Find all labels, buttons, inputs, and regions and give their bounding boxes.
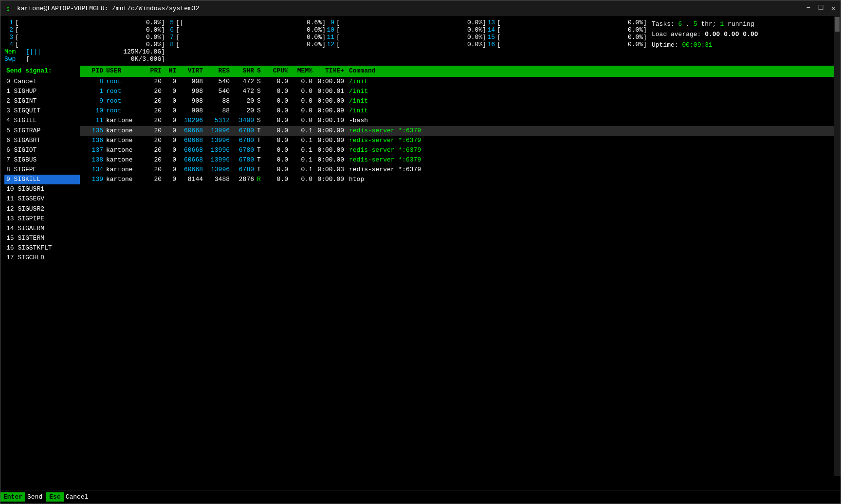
signal-panel: Send signal: 0 Cancel 1 SIGHUP 2 SIGINT … [4,66,80,263]
signal-10[interactable]: 10 SIGUSR1 [4,184,80,194]
cpu-row-7: 7 [ 0.0%] [165,34,326,41]
cpu-col-4: 13 [ 0.0%] 14 [ 0.0%] 15 [486,19,647,63]
signal-12[interactable]: 12 SIGUSR2 [4,204,80,214]
signal-panel-header: Send signal: [4,66,80,77]
close-button[interactable]: ✕ [831,3,836,13]
cpu-col-3: 9 [ 0.0%] 10 [ 0.0%] 11 [326,19,486,63]
signal-3[interactable]: 3 SIGQUIT [4,106,80,116]
cpu-row-15: 15 [ 0.0%] [486,34,647,41]
process-table-header: PID USER PRI NI VIRT RES SHR S CPU% MEM%… [80,66,837,77]
cpu-row-10: 10 [ 0.0%] [326,26,486,34]
signal-16[interactable]: 16 SIGSTKFLT [4,243,80,253]
main-content-area: Send signal: 0 Cancel 1 SIGHUP 2 SIGINT … [4,66,837,263]
signal-6a[interactable]: 6 SIGABRT [4,136,80,145]
proc-row-135[interactable]: 135 kartone 20 0 60668 13996 6780 T 0.0 … [80,126,837,136]
cpu-row-16: 16 [ 0.0%] [486,41,647,48]
cpu-row-9: 9 [ 0.0%] [326,19,486,26]
signal-2[interactable]: 2 SIGINT [4,96,80,106]
terminal-area: 1 [ 0.0%] 2 [ 0.0%] 3 [0,16,841,490]
proc-row-1[interactable]: 1 root 20 0 908 540 472 S 0.0 0.0 0:00.0… [80,87,837,96]
proc-row-136[interactable]: 136 kartone 20 0 60668 13996 6780 T 0.0 … [80,136,837,145]
signal-0[interactable]: 0 Cancel [4,77,80,87]
swp-row: Swp [ 0K/3.00G] [4,55,165,63]
proc-row-8[interactable]: 8 root 20 0 908 540 472 S 0.0 0.0 0:00.0… [80,77,837,87]
signal-17[interactable]: 17 SIGCHLD [4,253,80,263]
proc-row-9[interactable]: 9 root 20 0 908 88 20 S 0.0 0.0 0:00.00 … [80,96,837,106]
proc-row-138[interactable]: 138 kartone 20 0 60668 13996 6780 T 0.0 … [80,155,837,165]
enter-send-button[interactable]: Enter Send [0,490,46,504]
scrollbar-thumb[interactable] [835,17,840,32]
signal-11[interactable]: 11 SIGSEGV [4,194,80,204]
proc-row-134[interactable]: 134 kartone 20 0 60668 13996 6780 T 0.0 … [80,165,837,175]
minimize-button[interactable]: – [806,3,811,13]
load-line: Load average: 0.00 0.00 0.00 [652,29,837,39]
cpu-row-13: 13 [ 0.0%] [486,19,647,26]
cpu-row-2: 2 [ 0.0%] [4,26,165,34]
signal-1[interactable]: 1 SIGHUP [4,87,80,96]
tasks-line: Tasks: 6 , 5 thr; 1 running [652,19,837,29]
uptime-line: Uptime: 00:09:31 [652,40,837,50]
signal-7[interactable]: 7 SIGBUS [4,155,80,165]
cpu-row-5: 5 [| 0.6%] [165,19,326,26]
cpu-row-11: 11 [ 0.0%] [326,34,486,41]
proc-row-11[interactable]: 11 kartone 20 0 10296 5312 3400 S 0.0 0.… [80,116,837,126]
cpu-stats: 1 [ 0.0%] 2 [ 0.0%] 3 [4,19,647,63]
window-title: kartone@LAPTOP-VHPLMGLU: /mnt/c/Windows/… [17,5,199,12]
cpu-row-8: 8 [ 0.0%] [165,41,326,48]
titlebar: $ kartone@LAPTOP-VHPLMGLU: /mnt/c/Window… [0,0,841,16]
signal-6b[interactable]: 6 SIGIOT [4,145,80,155]
signal-8[interactable]: 8 SIGFPE [4,165,80,175]
window: $ kartone@LAPTOP-VHPLMGLU: /mnt/c/Window… [0,0,841,504]
cpu-row-4: 4 [ 0.0%] [4,41,165,48]
esc-cancel-button[interactable]: Esc Cancel [46,490,92,504]
svg-text:$: $ [6,6,10,12]
cpu-row-6: 6 [ 0.0%] [165,26,326,34]
stats-top: 1 [ 0.0%] 2 [ 0.0%] 3 [4,19,837,63]
scrollbar[interactable] [834,16,841,476]
process-table-area: PID USER PRI NI VIRT RES SHR S CPU% MEM%… [80,66,837,263]
proc-row-10[interactable]: 10 root 20 0 908 88 20 S 0.0 0.0 0:00.09… [80,106,837,116]
terminal-icon: $ [5,4,13,12]
proc-row-139[interactable]: 139 kartone 20 0 8144 3488 2876 R 0.0 0.… [80,175,837,184]
maximize-button[interactable]: □ [819,3,823,13]
cpu-row-12: 12 [ 0.0%] [326,41,486,48]
proc-row-137[interactable]: 137 kartone 20 0 60668 13996 6780 T 0.0 … [80,145,837,155]
mem-row: Mem [||| 125M/10.8G] [4,48,165,55]
titlebar-left: $ kartone@LAPTOP-VHPLMGLU: /mnt/c/Window… [5,4,199,12]
cpu-row-3: 3 [ 0.0%] [4,34,165,41]
bottom-bar: Enter Send Esc Cancel [0,490,841,504]
cpu-row-14: 14 [ 0.0%] [486,26,647,34]
signal-4[interactable]: 4 SIGILL [4,116,80,126]
signal-9[interactable]: 9 SIGKILL [4,175,80,184]
cpu-row-1: 1 [ 0.0%] [4,19,165,26]
cpu-col-1: 1 [ 0.0%] 2 [ 0.0%] 3 [4,19,165,63]
titlebar-controls: – □ ✕ [806,3,836,13]
signal-13[interactable]: 13 SIGPIPE [4,214,80,224]
tasks-info: Tasks: 6 , 5 thr; 1 running Load average… [652,19,837,63]
signal-5[interactable]: 5 SIGTRAP [4,126,80,136]
cpu-col-2: 5 [| 0.6%] 6 [ 0.0%] 7 [165,19,326,63]
signal-15[interactable]: 15 SIGTERM [4,234,80,243]
signal-14[interactable]: 14 SIGALRM [4,224,80,234]
